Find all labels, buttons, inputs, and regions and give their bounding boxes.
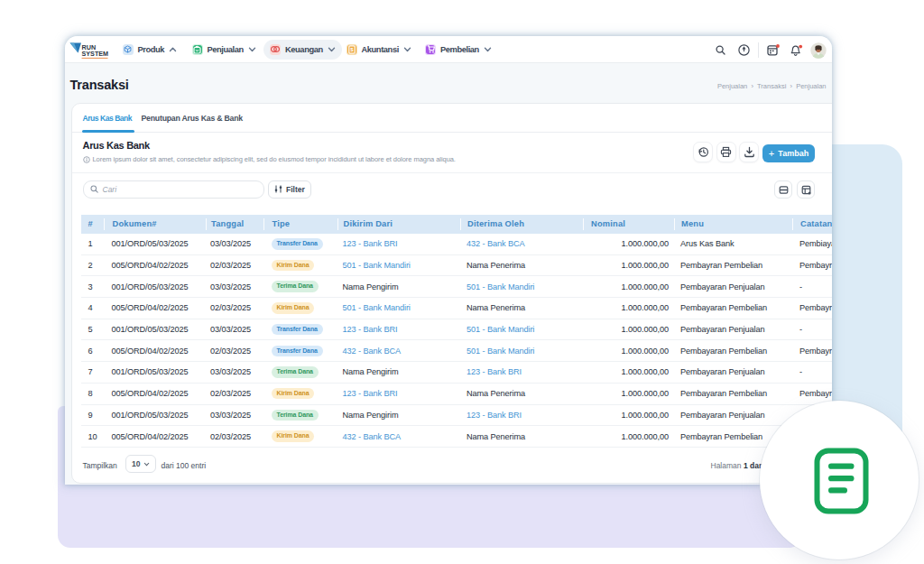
svg-text:$: $ xyxy=(350,47,354,52)
svg-text:SYSTEM: SYSTEM xyxy=(82,49,109,57)
